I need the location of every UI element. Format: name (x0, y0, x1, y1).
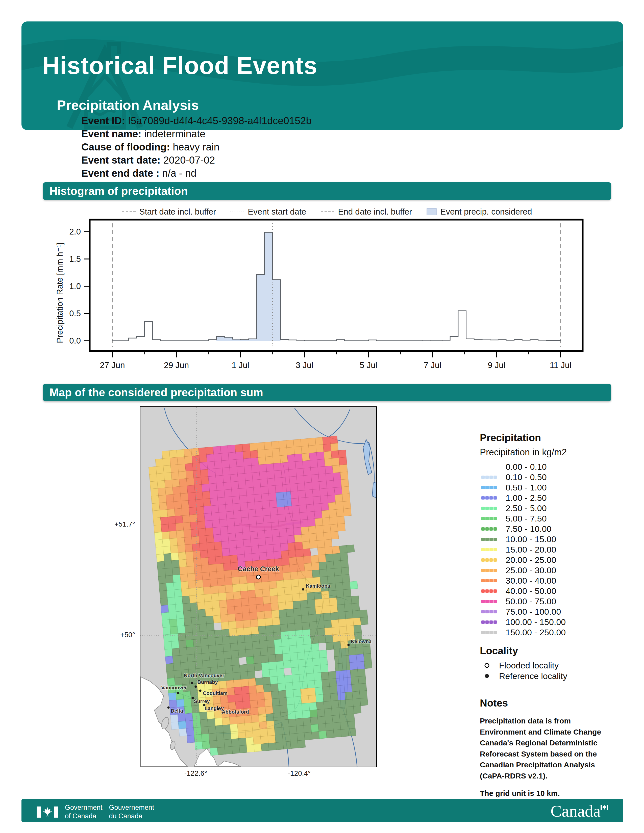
metadata-line: Event name: indeterminate (81, 127, 312, 140)
metadata-line: Event start date: 2020-07-02 (81, 153, 312, 167)
footer-bar: Governmentof Canada Gouvernementdu Canad… (21, 799, 623, 822)
canada-flag-icon (37, 807, 58, 818)
legend-class-row: 0.50 - 1.00 (480, 482, 616, 493)
locality-legend: Flooded localityReference locality (480, 660, 616, 681)
legend-item: End date incl. buffer (321, 207, 412, 217)
event-metadata: Event ID: f5a7089d-d4f4-4c45-9398-a4f1dc… (81, 114, 312, 180)
wordmark-flag-icon (601, 804, 608, 811)
svg-text:1.5: 1.5 (69, 254, 81, 264)
legend-class-label: 7.50 - 10.00 (506, 524, 551, 534)
open-circle-icon (482, 663, 492, 668)
grid-unit-note: The grid unit is 10 km. (480, 788, 614, 799)
legend-class-row: 150.00 - 250.00 (480, 627, 616, 638)
legend-swatch-icon (481, 569, 498, 572)
legend-class-label: 150.00 - 250.00 (506, 627, 566, 637)
legend-subtitle: Precipitation in kg/m2 (480, 447, 616, 458)
svg-text:11 Jul: 11 Jul (550, 360, 572, 368)
svg-text:North Vancouver: North Vancouver (184, 673, 224, 678)
locality-label: Reference locality (499, 671, 567, 681)
svg-text:2.0: 2.0 (69, 227, 81, 236)
svg-text:1.0: 1.0 (69, 281, 81, 291)
precipitation-map: Cache CreekKamloopsKelownaNorth Vancouve… (140, 407, 377, 767)
legend-swatch-icon (481, 527, 498, 531)
legend-swatch-icon (481, 507, 498, 510)
section-header-map: Map of the considered precipitation sum (43, 384, 611, 401)
legend-swatch-icon (481, 589, 498, 593)
legend-class-label: 10.00 - 15.00 (506, 534, 556, 544)
legend-class-row: 20.00 - 25.00 (480, 555, 616, 565)
svg-text:29 Jun: 29 Jun (164, 360, 189, 368)
legend-class-label: 100.00 - 150.00 (506, 617, 566, 627)
svg-text:5 Jul: 5 Jul (360, 360, 377, 368)
svg-text:Langley: Langley (204, 706, 224, 711)
legend-class-row: 2.50 - 5.00 (480, 503, 616, 513)
svg-text:Kamloops: Kamloops (306, 583, 330, 589)
page-title: Historical Flood Events (42, 52, 317, 79)
legend-class-label: 0.10 - 0.50 (506, 472, 547, 482)
svg-text:7 Jul: 7 Jul (424, 360, 441, 368)
latitude-label: +50° (105, 631, 135, 639)
canada-wordmark: Canada (551, 801, 608, 821)
legend-class-label: 75.00 - 100.00 (506, 607, 561, 617)
dotted-line-icon (230, 211, 244, 213)
legend-class-row: 40.00 - 50.00 (480, 586, 616, 596)
svg-text:Abbotsford: Abbotsford (222, 709, 249, 715)
legend-class-label: 25.00 - 30.00 (506, 565, 556, 575)
histogram-chart: 27 Jun29 Jun1 Jul3 Jul5 Jul7 Jul9 Jul11 … (43, 217, 611, 368)
metadata-line: Event end date : n/a - nd (81, 167, 312, 180)
legend-class-row: 75.00 - 100.00 (480, 606, 616, 617)
legend-swatch-icon (481, 517, 498, 520)
histogram-legend: Start date incl. bufferEvent start dateE… (43, 207, 611, 217)
legend-class-row: 15.00 - 20.00 (480, 545, 616, 555)
legend-class-label: 40.00 - 50.00 (506, 586, 556, 596)
legend-title: Precipitation (480, 432, 616, 444)
legend-class-row: 10.00 - 15.00 (480, 534, 616, 545)
svg-text:3 Jul: 3 Jul (296, 360, 313, 368)
legend-item: Event precip. considered (427, 207, 532, 217)
section-header-map-label: Map of the considered precipitation sum (43, 384, 611, 401)
legend-class-row: 25.00 - 30.00 (480, 565, 616, 576)
svg-text:27 Jun: 27 Jun (100, 360, 125, 368)
section-header-histogram: Histogram of precipitation (43, 182, 611, 200)
svg-text:Delta: Delta (171, 708, 184, 714)
legend-class-row: 1.00 - 2.50 (480, 493, 616, 503)
header-banner: Historical Flood Events Precipitation An… (21, 21, 623, 130)
dashed-line-icon (321, 211, 334, 213)
svg-text:1 Jul: 1 Jul (232, 360, 249, 368)
notes-title: Notes (480, 698, 616, 709)
page-subtitle: Precipitation Analysis (57, 97, 199, 113)
report-page: Historical Flood Events Precipitation An… (0, 0, 644, 833)
government-signature: Governmentof Canada Gouvernementdu Canad… (37, 804, 154, 821)
legend-class-row: 50.00 - 75.00 (480, 596, 616, 606)
legend-item: Start date incl. buffer (122, 207, 216, 217)
legend-class-row: 7.50 - 10.00 (480, 524, 616, 534)
legend-swatch-icon (481, 548, 498, 551)
legend-class-row: 0.00 - 0.10 (480, 462, 616, 472)
legend-swatch-icon (481, 476, 498, 479)
svg-text:Kelowna: Kelowna (351, 638, 372, 644)
notes-paragraph: Precipitation data is from Environment a… (480, 716, 614, 781)
locality-row: Flooded locality (480, 660, 616, 671)
metadata-line: Cause of flooding: heavy rain (81, 140, 312, 153)
legend-class-label: 50.00 - 75.00 (506, 597, 556, 606)
svg-text:Cache Creek: Cache Creek (238, 565, 279, 573)
locality-label: Flooded locality (499, 661, 559, 671)
metadata-line: Event ID: f5a7089d-d4f4-4c45-9398-a4f1dc… (81, 114, 312, 127)
legend-class-label: 20.00 - 25.00 (506, 555, 556, 565)
legend-swatch-icon (481, 610, 498, 613)
legend-swatch-icon (481, 486, 498, 489)
legend-swatch-icon (481, 538, 498, 541)
svg-text:Vancouver: Vancouver (161, 685, 187, 690)
legend-swatch-icon (481, 558, 498, 562)
legend-swatch-icon (481, 465, 498, 468)
filled-dot-icon (482, 673, 492, 679)
legend-class-label: 1.00 - 2.50 (506, 493, 547, 503)
legend-swatch-icon (481, 631, 498, 634)
svg-text:9 Jul: 9 Jul (488, 360, 506, 368)
longitude-label: -122.6° (178, 769, 213, 777)
legend-class-label: 30.00 - 40.00 (506, 576, 556, 585)
svg-text:0.5: 0.5 (69, 309, 81, 318)
legend-class-label: 0.50 - 1.00 (506, 482, 547, 492)
map-legend-panel: Precipitation Precipitation in kg/m2 0.0… (480, 432, 616, 799)
locality-title: Locality (480, 645, 616, 656)
